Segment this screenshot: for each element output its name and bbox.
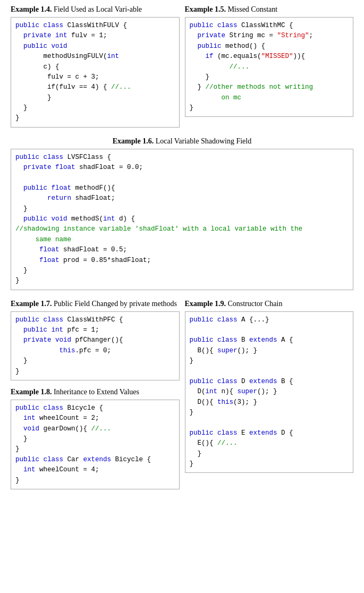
row-1: Example 1.4. Field Used as Local Vari-ab… bbox=[11, 5, 353, 128]
example-1-7-col: Example 1.7. Public Field Changed by pri… bbox=[11, 300, 180, 489]
example-1-6-code: public class LVSFClass { private float s… bbox=[11, 149, 353, 290]
example-1-9-bold: Example 1.9. bbox=[185, 300, 226, 308]
example-1-6-title: Example 1.6. Local Variable Shadowing Fi… bbox=[11, 137, 353, 146]
example-1-5-col: Example 1.5. Missed Constant public clas… bbox=[185, 5, 354, 128]
example-1-8-section: Example 1.8. Inheritance to Extend Value… bbox=[11, 388, 180, 489]
example-1-7-bold: Example 1.7. bbox=[11, 300, 52, 308]
example-1-4-title: Example 1.4. Field Used as Local Vari-ab… bbox=[11, 5, 180, 14]
example-1-8-bold: Example 1.8. bbox=[11, 388, 52, 396]
example-1-5-bold: Example 1.5. bbox=[185, 5, 226, 13]
example-1-5-title: Example 1.5. Missed Constant bbox=[185, 5, 354, 14]
example-1-8-title: Example 1.8. Inheritance to Extend Value… bbox=[11, 388, 180, 396]
example-1-7-title: Example 1.7. Public Field Changed by pri… bbox=[11, 300, 180, 308]
example-1-4-bold: Example 1.4. bbox=[11, 5, 52, 13]
example-1-5-code: public class ClassWithMC { private Strin… bbox=[185, 17, 354, 117]
row-3: Example 1.7. Public Field Changed by pri… bbox=[11, 300, 353, 489]
example-1-7-code: public class ClassWithPFC { public int p… bbox=[11, 311, 180, 380]
example-1-4-col: Example 1.4. Field Used as Local Vari-ab… bbox=[11, 5, 180, 128]
example-1-6-bold: Example 1.6. bbox=[113, 137, 154, 145]
example-1-9-code: public class A {...} public class B exte… bbox=[185, 311, 354, 473]
example-1-9-col: Example 1.9. Constructor Chain public cl… bbox=[185, 300, 354, 489]
example-1-6-section: Example 1.6. Local Variable Shadowing Fi… bbox=[11, 137, 353, 290]
example-1-9-title: Example 1.9. Constructor Chain bbox=[185, 300, 354, 308]
example-1-4-code: public class ClassWithFULV { private int… bbox=[11, 17, 180, 128]
example-1-8-code: public class Bicycle { int wheelCount = … bbox=[11, 400, 180, 489]
